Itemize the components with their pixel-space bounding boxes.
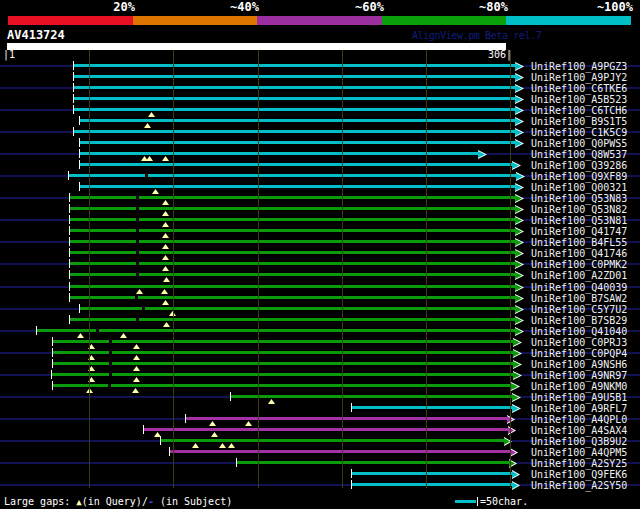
hit-label[interactable]: UniRef100_A9NKM0 <box>531 381 639 392</box>
subject-gap-break-icon <box>136 229 139 232</box>
hit-bar[interactable] <box>53 362 513 365</box>
hit-bar[interactable] <box>53 340 513 343</box>
hit-label[interactable]: UniRef100_C0PRJ3 <box>531 337 639 348</box>
hit-label[interactable]: UniRef100_Q0PWS5 <box>531 138 639 149</box>
hit-arrow-fill <box>512 162 519 169</box>
hit-label[interactable]: UniRef100_Q40039 <box>531 282 639 293</box>
hit-bar[interactable] <box>80 307 515 310</box>
query-title: AV413724 <box>7 29 65 42</box>
hit-label[interactable]: UniRef100_B9S1T5 <box>531 116 639 127</box>
subject-gap-break-icon <box>142 307 145 310</box>
hit-label[interactable]: UniRef100_Q53N82 <box>531 204 639 215</box>
hit-bar[interactable] <box>37 329 515 332</box>
query-gap-triangle-icon <box>162 266 169 271</box>
query-gap-triangle-icon <box>162 222 169 227</box>
hit-bar[interactable] <box>80 185 515 188</box>
hit-bar[interactable] <box>237 461 509 464</box>
hit-arrow-icon <box>515 305 524 314</box>
hit-label[interactable]: UniRef100_A4QPL0 <box>531 414 639 425</box>
hit-bar[interactable] <box>80 163 512 166</box>
hit-label[interactable]: UniRef100_A9PGZ3 <box>531 61 639 72</box>
hit-label[interactable]: UniRef100_A9RFL7 <box>531 403 639 414</box>
hit-label[interactable]: UniRef100_Q00321 <box>531 182 639 193</box>
row-start-tick-icon <box>73 72 74 81</box>
hit-label[interactable]: UniRef100_A9NSH6 <box>531 359 639 370</box>
hit-label[interactable]: UniRef100_C5Y7U2 <box>531 304 639 315</box>
hit-bar[interactable] <box>144 428 508 431</box>
row-start-tick-icon <box>236 458 237 467</box>
hit-bar[interactable] <box>53 384 511 387</box>
hit-label[interactable]: UniRef100_A9PJY2 <box>531 72 639 83</box>
hit-label[interactable]: UniRef100_C0PQP4 <box>531 348 639 359</box>
hit-label[interactable]: UniRef100_B7SB29 <box>531 315 639 326</box>
hit-bar[interactable] <box>161 439 504 442</box>
query-gap-triangle-icon <box>219 443 226 448</box>
row-start-tick-icon <box>79 138 80 147</box>
hit-label[interactable]: UniRef100_Q41746 <box>531 248 639 259</box>
hit-label[interactable]: UniRef100_C1K5C9 <box>531 127 639 138</box>
query-gap-triangle-icon <box>133 355 140 360</box>
hit-bar[interactable] <box>170 450 510 453</box>
hit-label[interactable]: UniRef100_Q39286 <box>531 160 639 171</box>
subject-gap-break-icon <box>136 318 139 321</box>
hit-label[interactable]: UniRef100_Q41747 <box>531 226 639 237</box>
hit-label[interactable]: UniRef100_A5B523 <box>531 94 639 105</box>
hit-label[interactable]: UniRef100_A2SY25 <box>531 458 639 469</box>
hit-bar[interactable] <box>74 75 515 78</box>
hit-bar[interactable] <box>69 174 516 177</box>
hit-arrow-icon <box>515 62 524 71</box>
hit-arrow-fill <box>513 339 520 346</box>
hit-label[interactable]: UniRef100_Q53N83 <box>531 193 639 204</box>
hit-bar[interactable] <box>74 130 515 133</box>
hit-label[interactable]: UniRef100_B4FL55 <box>531 237 639 248</box>
hit-bar[interactable] <box>352 483 512 486</box>
hit-label[interactable]: UniRef100_Q8W537 <box>531 149 639 160</box>
hit-bar[interactable] <box>80 141 515 144</box>
subject-gap-break-icon <box>136 262 139 265</box>
hit-arrow-fill <box>515 206 522 213</box>
hit-bar[interactable] <box>74 108 515 111</box>
query-gap-triangle-icon <box>148 112 155 117</box>
row-start-tick-icon <box>79 160 80 169</box>
row-start-tick-icon <box>69 237 70 246</box>
hit-bar[interactable] <box>80 152 478 155</box>
hit-bar[interactable] <box>186 417 507 420</box>
hit-bar[interactable] <box>352 406 512 409</box>
subject-gap-break-icon <box>145 174 148 177</box>
hit-arrow-icon <box>515 327 524 336</box>
hit-label[interactable]: UniRef100_Q9FEK6 <box>531 469 639 480</box>
hit-label[interactable]: UniRef100_C6TKE6 <box>531 83 639 94</box>
hit-arrow-icon <box>478 150 487 159</box>
row-start-tick-icon <box>69 270 70 279</box>
hit-bar[interactable] <box>74 64 515 67</box>
hit-label[interactable]: UniRef100_A9U5B1 <box>531 392 639 403</box>
hit-bar[interactable] <box>352 472 512 475</box>
row-start-tick-icon <box>69 282 70 291</box>
hit-arrow-icon <box>515 73 524 82</box>
query-gap-triangle-icon <box>133 344 140 349</box>
hit-label[interactable]: UniRef100_Q53N81 <box>531 215 639 226</box>
hit-label[interactable]: UniRef100_A2SY50 <box>531 480 639 491</box>
query-bar <box>7 43 506 50</box>
hit-bar[interactable] <box>52 373 513 376</box>
hit-bar[interactable] <box>80 119 515 122</box>
hit-label[interactable]: UniRef100_A9NR97 <box>531 370 639 381</box>
hit-label[interactable]: UniRef100_A4QPM5 <box>531 447 639 458</box>
hit-arrow-icon <box>515 106 524 115</box>
hit-label[interactable]: UniRef100_A4SAX4 <box>531 425 639 436</box>
hit-bar[interactable] <box>53 351 513 354</box>
hit-arrow-fill <box>512 471 518 478</box>
hit-label[interactable]: UniRef100_C0PMK2 <box>531 259 639 270</box>
hit-label[interactable]: UniRef100_C6TCH6 <box>531 105 639 116</box>
hit-bar[interactable] <box>74 97 515 100</box>
hit-label[interactable]: UniRef100_Q41040 <box>531 326 639 337</box>
hit-label[interactable]: UniRef100_B7SAW2 <box>531 293 639 304</box>
hit-label[interactable]: UniRef100_Q9XF89 <box>531 171 639 182</box>
scale-segment-20 <box>8 16 133 25</box>
hit-label[interactable]: UniRef100_A2ZD01 <box>531 270 639 281</box>
hit-bar[interactable] <box>70 285 515 288</box>
hit-bar[interactable] <box>231 395 512 398</box>
hit-bar[interactable] <box>74 86 515 89</box>
hit-label[interactable]: UniRef100_Q3B9U2 <box>531 436 639 447</box>
hit-arrow-icon <box>515 294 524 303</box>
